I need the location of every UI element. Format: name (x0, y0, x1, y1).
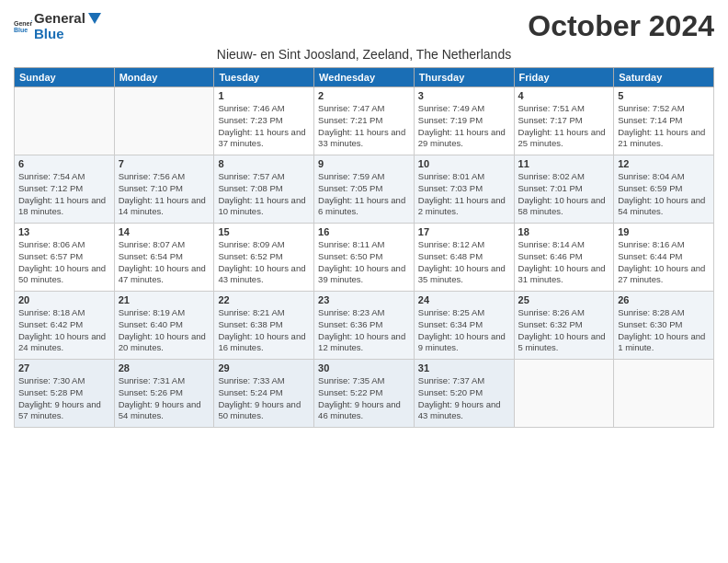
calendar-cell: 31Sunrise: 7:37 AMSunset: 5:20 PMDayligh… (414, 360, 514, 428)
calendar-cell: 14Sunrise: 8:07 AMSunset: 6:54 PMDayligh… (114, 224, 214, 292)
calendar-cell: 5Sunrise: 7:52 AMSunset: 7:14 PMDaylight… (614, 87, 714, 155)
day-info: Sunrise: 7:51 AMSunset: 7:17 PMDaylight:… (518, 103, 610, 150)
day-info: Sunrise: 8:21 AMSunset: 6:38 PMDaylight:… (218, 307, 310, 354)
weekday-header: Friday (514, 68, 614, 87)
logo-icon: General Blue (14, 17, 32, 35)
calendar-cell: 6Sunrise: 7:54 AMSunset: 7:12 PMDaylight… (15, 155, 115, 224)
calendar-cell: 12Sunrise: 8:04 AMSunset: 6:59 PMDayligh… (614, 155, 714, 224)
logo-triangle-icon (86, 9, 103, 26)
day-number: 16 (318, 226, 410, 237)
calendar-week-row: 27Sunrise: 7:30 AMSunset: 5:28 PMDayligh… (15, 360, 714, 428)
calendar-cell: 19Sunrise: 8:16 AMSunset: 6:44 PMDayligh… (614, 224, 714, 292)
calendar-cell: 2Sunrise: 7:47 AMSunset: 7:21 PMDaylight… (314, 87, 415, 155)
calendar-cell: 28Sunrise: 7:31 AMSunset: 5:26 PMDayligh… (114, 360, 214, 428)
calendar-week-row: 20Sunrise: 8:18 AMSunset: 6:42 PMDayligh… (15, 292, 714, 360)
day-number: 25 (518, 294, 610, 305)
day-number: 30 (318, 362, 410, 373)
calendar-header-row: SundayMondayTuesdayWednesdayThursdayFrid… (15, 68, 714, 87)
logo-blue-text: Blue (34, 26, 64, 41)
calendar-week-row: 6Sunrise: 7:54 AMSunset: 7:12 PMDaylight… (15, 155, 714, 224)
day-number: 4 (518, 90, 610, 101)
calendar-cell: 29Sunrise: 7:33 AMSunset: 5:24 PMDayligh… (214, 360, 314, 428)
day-info: Sunrise: 7:54 AMSunset: 7:12 PMDaylight:… (18, 171, 110, 218)
day-number: 15 (218, 226, 310, 237)
day-info: Sunrise: 7:57 AMSunset: 7:08 PMDaylight:… (218, 171, 310, 218)
day-number: 24 (418, 294, 510, 305)
calendar-cell (114, 87, 214, 155)
day-info: Sunrise: 8:16 AMSunset: 6:44 PMDaylight:… (618, 239, 710, 286)
weekday-header: Sunday (15, 68, 115, 87)
calendar-cell: 18Sunrise: 8:14 AMSunset: 6:46 PMDayligh… (514, 224, 614, 292)
main-container: General Blue General Blue October 2024 N… (0, 0, 728, 437)
day-number: 26 (618, 294, 710, 305)
day-info: Sunrise: 7:46 AMSunset: 7:23 PMDaylight:… (218, 103, 310, 150)
day-info: Sunrise: 8:06 AMSunset: 6:57 PMDaylight:… (18, 239, 110, 286)
day-number: 13 (18, 226, 110, 237)
day-number: 28 (119, 362, 210, 373)
calendar-cell: 10Sunrise: 8:01 AMSunset: 7:03 PMDayligh… (414, 155, 514, 224)
calendar-cell: 27Sunrise: 7:30 AMSunset: 5:28 PMDayligh… (15, 360, 115, 428)
calendar-cell: 22Sunrise: 8:21 AMSunset: 6:38 PMDayligh… (214, 292, 314, 360)
day-info: Sunrise: 8:23 AMSunset: 6:36 PMDaylight:… (318, 307, 410, 354)
weekday-header: Monday (114, 68, 214, 87)
calendar-cell: 17Sunrise: 8:12 AMSunset: 6:48 PMDayligh… (414, 224, 514, 292)
weekday-header: Tuesday (214, 68, 314, 87)
day-info: Sunrise: 7:30 AMSunset: 5:28 PMDaylight:… (18, 375, 110, 422)
day-number: 29 (218, 362, 310, 373)
calendar-cell: 24Sunrise: 8:25 AMSunset: 6:34 PMDayligh… (414, 292, 514, 360)
day-number: 31 (418, 362, 510, 373)
day-number: 18 (518, 226, 610, 237)
day-info: Sunrise: 7:56 AMSunset: 7:10 PMDaylight:… (119, 171, 210, 218)
calendar-week-row: 13Sunrise: 8:06 AMSunset: 6:57 PMDayligh… (15, 224, 714, 292)
weekday-header: Thursday (414, 68, 514, 87)
day-number: 19 (618, 226, 710, 237)
day-number: 12 (618, 158, 710, 169)
calendar-cell: 9Sunrise: 7:59 AMSunset: 7:05 PMDaylight… (314, 155, 415, 224)
day-number: 17 (418, 226, 510, 237)
day-number: 23 (318, 294, 410, 305)
header: General Blue General Blue October 2024 (14, 9, 714, 43)
day-number: 22 (218, 294, 310, 305)
calendar-cell: 21Sunrise: 8:19 AMSunset: 6:40 PMDayligh… (114, 292, 214, 360)
day-info: Sunrise: 7:49 AMSunset: 7:19 PMDaylight:… (418, 103, 510, 150)
day-info: Sunrise: 8:14 AMSunset: 6:46 PMDaylight:… (518, 239, 610, 286)
calendar-cell: 30Sunrise: 7:35 AMSunset: 5:22 PMDayligh… (314, 360, 415, 428)
day-info: Sunrise: 8:19 AMSunset: 6:40 PMDaylight:… (119, 307, 210, 354)
day-info: Sunrise: 8:26 AMSunset: 6:32 PMDaylight:… (518, 307, 610, 354)
day-number: 10 (418, 158, 510, 169)
day-number: 2 (318, 90, 410, 101)
day-number: 6 (18, 158, 110, 169)
calendar-cell: 16Sunrise: 8:11 AMSunset: 6:50 PMDayligh… (314, 224, 415, 292)
calendar-cell: 3Sunrise: 7:49 AMSunset: 7:19 PMDaylight… (414, 87, 514, 155)
svg-text:Blue: Blue (14, 27, 28, 33)
calendar-cell: 11Sunrise: 8:02 AMSunset: 7:01 PMDayligh… (514, 155, 614, 224)
weekday-header: Wednesday (314, 68, 415, 87)
logo: General Blue General Blue (14, 9, 104, 42)
day-number: 27 (18, 362, 110, 373)
day-number: 9 (318, 158, 410, 169)
day-number: 20 (18, 294, 110, 305)
day-info: Sunrise: 8:04 AMSunset: 6:59 PMDaylight:… (618, 171, 710, 218)
day-info: Sunrise: 8:09 AMSunset: 6:52 PMDaylight:… (218, 239, 310, 286)
calendar-cell: 13Sunrise: 8:06 AMSunset: 6:57 PMDayligh… (15, 224, 115, 292)
day-info: Sunrise: 7:33 AMSunset: 5:24 PMDaylight:… (218, 375, 310, 422)
page-title: October 2024 (528, 9, 714, 43)
day-number: 3 (418, 90, 510, 101)
calendar-week-row: 1Sunrise: 7:46 AMSunset: 7:23 PMDaylight… (15, 87, 714, 155)
day-info: Sunrise: 8:12 AMSunset: 6:48 PMDaylight:… (418, 239, 510, 286)
day-info: Sunrise: 8:07 AMSunset: 6:54 PMDaylight:… (119, 239, 210, 286)
calendar-cell: 4Sunrise: 7:51 AMSunset: 7:17 PMDaylight… (514, 87, 614, 155)
day-number: 1 (218, 90, 310, 101)
day-number: 21 (119, 294, 210, 305)
svg-text:General: General (14, 20, 32, 27)
day-number: 7 (119, 158, 210, 169)
svg-marker-3 (88, 13, 101, 24)
calendar-cell: 7Sunrise: 7:56 AMSunset: 7:10 PMDaylight… (114, 155, 214, 224)
day-info: Sunrise: 7:59 AMSunset: 7:05 PMDaylight:… (318, 171, 410, 218)
day-info: Sunrise: 7:31 AMSunset: 5:26 PMDaylight:… (119, 375, 210, 422)
calendar-cell (614, 360, 714, 428)
day-number: 11 (518, 158, 610, 169)
day-info: Sunrise: 8:11 AMSunset: 6:50 PMDaylight:… (318, 239, 410, 286)
calendar-cell: 20Sunrise: 8:18 AMSunset: 6:42 PMDayligh… (15, 292, 115, 360)
day-number: 8 (218, 158, 310, 169)
